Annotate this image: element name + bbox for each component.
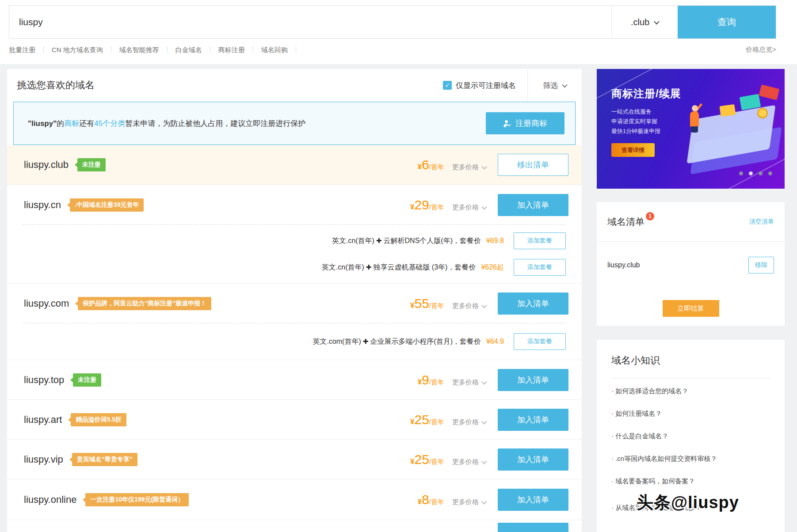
carousel-dot[interactable] [739,171,743,175]
package-row: 英文.cn(首年) ✚ 独享云虚机基础版 (3年)，套餐价 ¥626起 添加套餐 [23,254,566,281]
clear-cart-link[interactable]: 清空清单 [749,218,774,226]
currency-symbol: ¥ [418,498,422,506]
chevron-down-icon [481,498,487,504]
checkbox-checked-icon[interactable]: ✓ [443,81,452,90]
trademark-link[interactable]: 商标 [64,119,79,128]
nav-item-platinum-domain[interactable]: 白金域名 [168,46,210,53]
more-prices-toggle[interactable]: 更多价格 [452,203,486,212]
nav-item-batch-register[interactable]: 批量注册 [9,46,44,53]
price-unit: /首年 [429,302,444,310]
package-price: ¥69.8 [486,237,504,245]
carousel-dot-active[interactable] [749,171,753,175]
add-to-cart-button-partial[interactable] [498,523,568,532]
add-to-cart-button[interactable]: 加入清单 [498,293,568,315]
cart-item: liuspy.club 移除 [597,242,785,289]
add-to-cart-button[interactable]: 加入清单 [498,194,568,216]
cart-count-badge: 1 [646,212,654,220]
carousel-dots [739,171,772,175]
carousel-dot[interactable] [759,171,763,175]
category-count-link[interactable]: 45个分类 [94,119,125,128]
register-trademark-button[interactable]: 注册商标 [486,112,564,134]
person-check-icon [503,119,511,128]
add-to-cart-button[interactable]: 加入清单 [498,448,568,471]
register-trademark-label: 注册商标 [515,118,547,129]
alert-keyword: "liuspy" [28,119,57,128]
trademark-promo-banner[interactable]: 商标注册/续展 一站式在线服务 申请进度实时掌握 最快1分钟极速申报 查看详情 [597,69,785,189]
person-figure [692,105,698,111]
cart-header: 域名清单1 清空清单 [597,202,785,242]
add-to-cart-button[interactable]: 加入清单 [498,369,568,391]
more-prices-toggle[interactable]: 更多价格 [452,458,486,466]
more-prices-toggle[interactable]: 更多价格 [452,418,486,426]
domain-row-art: liuspy.art 精品溢价词5.5折 ¥ 25 /首年 更多价格 加入清单 [7,399,582,439]
domain-name: liuspy.online [24,494,76,505]
more-prices-toggle[interactable]: 更多价格 [452,378,486,387]
nav-item-trademark-register[interactable]: 商标注册 [210,46,253,53]
add-package-button[interactable]: 添加套餐 [514,333,566,350]
tips-link[interactable]: 什么是白金域名？ [611,431,770,441]
coin-icon [757,108,768,118]
package-right: 云解析DNS个人版(年)，套餐价 [384,236,481,246]
currency-symbol: ¥ [418,163,422,171]
add-package-button[interactable]: 添加套餐 [514,259,566,276]
checkout-button[interactable]: 立即结算 [663,300,719,317]
cart-title: 域名清单1 [607,216,644,228]
carousel-dot[interactable] [768,171,772,175]
tips-link[interactable]: .cn等国内域名如何提交资料审核？ [611,454,770,464]
domain-row-online: liuspy.online 一次注册10年仅199元(限普通词） ¥ 8 /首年… [7,479,582,520]
search-input[interactable] [9,6,611,38]
price-value: 25 [414,412,429,427]
plus-icon: ✚ [376,237,382,245]
plus-icon: ✚ [363,338,369,346]
tld-select[interactable]: .club [611,6,678,38]
add-to-cart-button[interactable]: 加入清单 [498,489,568,511]
more-prices-toggle[interactable]: 更多价格 [452,163,486,171]
price-value: 55 [414,296,429,311]
domain-name: liuspy.com [24,298,69,309]
price-unit: /首年 [429,458,444,466]
price-unit: /首年 [429,498,444,506]
tld-value: .club [631,17,649,27]
tips-link[interactable]: 如何选择适合您的域名？ [611,386,770,396]
chevron-down-icon [654,19,660,24]
card-shape [759,84,779,100]
remove-from-cart-button[interactable]: 移出清单 [498,154,568,176]
tips-link[interactable]: 如何注册域名？ [611,409,770,418]
chevron-down-icon [481,204,487,209]
more-prices-toggle[interactable]: 更多价格 [452,498,486,506]
banner-illustration [679,82,781,175]
only-available-checkbox-group[interactable]: ✓ 仅显示可注册域名 [443,80,527,91]
search-button[interactable]: 查询 [678,6,776,38]
nav-item-cn-local-query[interactable]: CN 地方域名查询 [44,46,111,53]
package-right: 独享云虚机基础版 (3年)，套餐价 [373,263,476,272]
add-package-button[interactable]: 添加套餐 [514,232,566,249]
price-group: ¥ 9 /首年 更多价格 [418,372,486,388]
filter-button[interactable]: 筛选 [528,80,582,91]
add-to-cart-button[interactable]: 加入清单 [498,409,568,431]
price-value: 6 [422,157,429,172]
package-left: 英文.com(首年) [313,337,361,346]
currency-symbol: ¥ [410,203,414,212]
cart-item-domain: liuspy.club [607,261,640,269]
tips-link[interactable]: 域名要备案吗，如何备案？ [611,476,770,486]
package-row: 英文.cn(首年) ✚ 云解析DNS个人版(年)，套餐价 ¥69.8 添加套餐 [23,228,566,254]
top-bar: .club 查询 批量注册 CN 地方域名查询 域名智能推荐 白金域名 商标注册… [0,0,797,64]
currency-symbol: ¥ [410,418,414,426]
nav-item-smart-recommend[interactable]: 域名智能推荐 [111,46,168,53]
price-unit: /首年 [429,418,444,426]
price-value: 25 [414,452,429,467]
price-unit: /首年 [429,378,444,387]
banner-cta-button[interactable]: 查看详情 [611,143,655,157]
currency-symbol: ¥ [410,301,414,310]
tips-title: 域名小知识 [611,340,770,367]
person-figure [691,126,698,133]
list-header: 挑选您喜欢的域名 ✓ 仅显示可注册域名 筛选 [7,69,582,102]
right-sidebar: 商标注册/续展 一站式在线服务 申请进度实时掌握 最快1分钟极速申报 查看详情 … [597,69,785,532]
remove-item-button[interactable]: 移除 [748,257,774,274]
price-overview-link[interactable]: 价格总览> [746,46,776,54]
more-prices-toggle[interactable]: 更多价格 [452,302,486,310]
domain-row-cn: liuspy.cn .中国域名注册39元首年 ¥ 29 /首年 更多价格 加入清… [7,185,582,224]
domain-block-com: liuspy.com 保护品牌，阿里云助力“商标注册”极速申报！ ¥ 55 /首… [7,283,582,360]
trademark-alert-banner: "liuspy"的商标还有45个分类暂未申请，为防止被他人占用，建议立即注册进行… [13,102,576,145]
nav-item-domain-buyback[interactable]: 域名回购 [253,46,296,53]
